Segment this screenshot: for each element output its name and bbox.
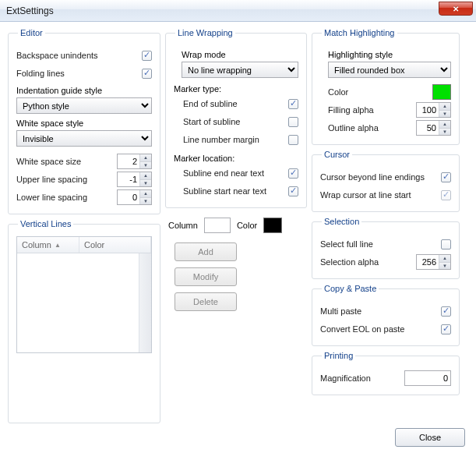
cursor-beyond-checkbox[interactable]	[441, 172, 451, 182]
match-highlighting-group: Match Highlighting Highlighting style Fi…	[312, 28, 460, 145]
line-wrapping-legend: Line Wrapping	[175, 28, 235, 37]
close-button[interactable]: Close	[395, 428, 465, 447]
indent-guide-style-label: Indentation guide style	[16, 86, 152, 95]
editor-legend: Editor	[18, 28, 45, 37]
editor-group: Editor Backspace unindents Folding lines…	[8, 28, 160, 214]
vertical-lines-legend: Vertical Lines	[18, 219, 73, 228]
outline-alpha-input[interactable]	[417, 121, 439, 135]
indent-guide-style-select[interactable]: Python style	[16, 97, 152, 114]
spin-down-icon[interactable]: ▼	[140, 162, 151, 169]
modify-button[interactable]: Modify	[175, 267, 237, 286]
convert-eol-label: Convert EOL on paste	[320, 324, 404, 334]
spin-down-icon[interactable]: ▼	[439, 129, 450, 136]
vline-color-label: Color	[237, 221, 257, 230]
spin-down-icon[interactable]: ▼	[140, 198, 151, 205]
multi-paste-label: Multi paste	[320, 306, 361, 316]
spin-up-icon[interactable]: ▲	[140, 190, 151, 198]
start-subline-checkbox[interactable]	[288, 117, 298, 127]
whitespace-style-label: White space style	[16, 119, 152, 128]
lower-spacing-spinbox[interactable]: ▲▼	[117, 189, 152, 205]
lower-spacing-input[interactable]	[118, 190, 139, 204]
vline-column-label: Column	[168, 221, 198, 230]
lower-spacing-label: Lower line spacing	[16, 193, 87, 202]
vline-color-swatch[interactable]	[263, 218, 282, 233]
bottom-bar: Close	[8, 423, 468, 447]
table-body	[17, 253, 151, 352]
printing-group: Printing Magnification	[312, 351, 460, 395]
marker-location-label: Marker location:	[174, 154, 298, 163]
copy-paste-legend: Copy & Paste	[322, 284, 379, 293]
match-color-swatch[interactable]	[432, 84, 451, 100]
filling-alpha-label: Filling alpha	[328, 105, 374, 115]
spin-up-icon[interactable]: ▲	[439, 255, 450, 263]
folding-lines-label: Folding lines	[16, 69, 65, 78]
backspace-unindents-label: Backspace unindents	[16, 51, 98, 60]
scrollbar[interactable]	[139, 253, 151, 352]
whitespace-style-select[interactable]: Invisible	[16, 130, 152, 147]
match-highlighting-legend: Match Highlighting	[322, 28, 397, 37]
table-header: Column ▲ Color	[17, 237, 151, 253]
match-color-label: Color	[328, 87, 348, 97]
filling-alpha-input[interactable]	[417, 103, 439, 117]
wrap-mode-select[interactable]: No line wrapping	[182, 62, 298, 78]
upper-spacing-label: Upper line spacing	[16, 175, 87, 184]
whitespace-size-input[interactable]	[118, 154, 139, 168]
vertical-lines-group: Vertical Lines Column ▲ Color	[8, 219, 160, 423]
outline-alpha-label: Outline alpha	[328, 123, 379, 133]
window-title: ExtSettings	[6, 5, 54, 16]
upper-spacing-spinbox[interactable]: ▲▼	[117, 172, 152, 187]
subline-start-near-checkbox[interactable]	[288, 186, 298, 196]
add-button[interactable]: Add	[175, 242, 237, 261]
marker-type-label: Marker type:	[174, 84, 298, 94]
spin-up-icon[interactable]: ▲	[439, 103, 450, 111]
magnification-label: Magnification	[320, 373, 371, 383]
selection-legend: Selection	[322, 217, 361, 226]
highlighting-style-select[interactable]: Filled rounded box	[328, 62, 451, 78]
select-full-line-checkbox[interactable]	[441, 239, 451, 250]
end-subline-label: End of subline	[183, 99, 238, 108]
printing-legend: Printing	[322, 351, 355, 360]
convert-eol-checkbox[interactable]	[441, 324, 451, 334]
spin-up-icon[interactable]: ▲	[439, 121, 450, 129]
copy-paste-group: Copy & Paste Multi paste Convert EOL on …	[312, 284, 460, 346]
spin-down-icon[interactable]: ▼	[439, 263, 450, 270]
column-header-column[interactable]: Column ▲	[17, 237, 79, 253]
selection-alpha-spinbox[interactable]: ▲▼	[416, 254, 451, 270]
filling-alpha-spinbox[interactable]: ▲▼	[416, 102, 451, 118]
folding-lines-checkbox[interactable]	[142, 69, 152, 79]
upper-spacing-input[interactable]	[118, 172, 139, 186]
subline-start-near-label: Subline start near text	[183, 186, 266, 196]
delete-button[interactable]: Delete	[175, 292, 237, 311]
multi-paste-checkbox[interactable]	[441, 306, 451, 317]
line-number-margin-checkbox[interactable]	[288, 135, 298, 145]
magnification-input[interactable]	[404, 370, 451, 386]
spin-up-icon[interactable]: ▲	[140, 154, 151, 162]
wrap-mode-label: Wrap mode	[174, 50, 298, 59]
vline-editor: Column Color Add Modify Delete	[165, 213, 307, 319]
spin-down-icon[interactable]: ▼	[439, 111, 450, 118]
subline-end-near-label: Subline end near text	[183, 168, 264, 178]
titlebar: ExtSettings ✕	[0, 0, 476, 22]
vline-column-input[interactable]	[204, 218, 231, 233]
spin-up-icon[interactable]: ▲	[140, 172, 151, 180]
backspace-unindents-checkbox[interactable]	[142, 51, 152, 61]
subline-end-near-checkbox[interactable]	[288, 168, 298, 179]
selection-alpha-label: Selection alpha	[320, 257, 379, 267]
spin-down-icon[interactable]: ▼	[140, 180, 151, 187]
cursor-group: Cursor Cursor beyond line endings Wrap c…	[312, 150, 460, 212]
selection-alpha-input[interactable]	[417, 255, 439, 269]
whitespace-size-spinbox[interactable]: ▲▼	[117, 154, 152, 169]
start-subline-label: Start of subline	[183, 117, 240, 126]
end-subline-checkbox[interactable]	[288, 99, 298, 109]
wrap-cursor-checkbox	[441, 190, 451, 200]
cursor-legend: Cursor	[322, 150, 352, 159]
line-number-margin-label: Line number margin	[183, 135, 259, 144]
column-header-color[interactable]: Color	[79, 237, 151, 253]
sort-asc-icon: ▲	[55, 242, 61, 249]
cursor-beyond-label: Cursor beyond line endings	[320, 172, 425, 182]
outline-alpha-spinbox[interactable]: ▲▼	[416, 120, 451, 136]
window-close-button[interactable]: ✕	[439, 2, 473, 16]
vertical-lines-table[interactable]: Column ▲ Color	[16, 236, 152, 353]
close-icon: ✕	[453, 5, 459, 13]
wrap-cursor-label: Wrap cursor at line start	[320, 190, 411, 200]
